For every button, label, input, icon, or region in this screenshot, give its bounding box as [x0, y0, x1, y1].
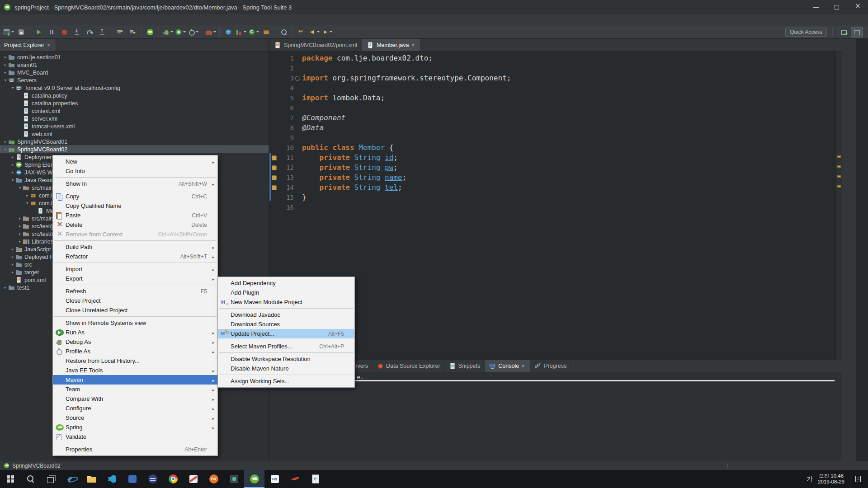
dropdown-arrow-icon[interactable]	[243, 27, 247, 38]
menu-item[interactable]: Copy Ctrl+C	[53, 192, 217, 201]
menu-item[interactable]: Java EE Tools	[53, 366, 217, 375]
menu-item[interactable]: Properties Alt+Enter	[53, 445, 217, 454]
field-marker-icon[interactable]	[269, 163, 278, 173]
tree-item[interactable]: context.xml	[0, 107, 269, 115]
taskbar-app-button[interactable]	[20, 470, 41, 488]
expand-arrow-icon[interactable]	[10, 170, 15, 174]
toolbar-button[interactable]	[202, 28, 202, 36]
code-line[interactable]: 5import lombok.Data;	[269, 93, 842, 103]
code-line[interactable]: 15}	[269, 192, 842, 202]
occurrence-marker[interactable]	[837, 155, 841, 158]
dropdown-arrow-icon[interactable]	[11, 27, 14, 38]
menu-item[interactable]	[54, 240, 217, 241]
toolbar-button[interactable]	[46, 27, 57, 38]
menu-item[interactable]: Validate	[53, 432, 217, 441]
toolbar-button[interactable]	[114, 27, 126, 38]
menu-item[interactable]: Update Project... Alt+F5	[218, 329, 354, 338]
toolbar-button[interactable]	[260, 27, 272, 38]
menu-item[interactable]: New	[53, 157, 217, 166]
menu-item[interactable]: Export	[53, 274, 217, 283]
tree-item[interactable]: exam01	[0, 61, 269, 69]
editor-tab[interactable]: Member.java	[362, 39, 421, 51]
field-marker-icon[interactable]	[269, 173, 278, 183]
menu-item[interactable]: Profile As	[53, 347, 217, 356]
expand-arrow-icon[interactable]	[24, 193, 30, 197]
code-line[interactable]: 13 private String name;	[269, 173, 842, 183]
toolbar-button[interactable]	[96, 27, 108, 38]
expand-arrow-icon[interactable]	[10, 270, 15, 274]
menu-item[interactable]: Restore from Local History...	[53, 356, 217, 366]
menu-item[interactable]: Add Dependency	[218, 278, 354, 288]
code-line[interactable]: 12 private String pw;	[269, 163, 842, 173]
code-line[interactable]: 9	[269, 133, 842, 143]
expand-arrow-icon[interactable]	[3, 55, 8, 59]
menu-item[interactable]: Download Sources	[218, 319, 354, 329]
expand-arrow-icon[interactable]	[17, 224, 23, 228]
code-line[interactable]: 7@Component	[269, 113, 842, 123]
taskbar-app-button[interactable]	[224, 470, 244, 488]
taskbar-app-button[interactable]	[285, 470, 305, 488]
toolbar-button[interactable]	[187, 27, 199, 38]
code-line[interactable]: 11 private String id;	[269, 153, 842, 163]
perspective-button[interactable]	[851, 27, 863, 38]
expand-arrow-icon[interactable]	[17, 232, 23, 236]
menu-item[interactable]	[54, 263, 217, 263]
taskbar-app-button[interactable]	[41, 470, 61, 488]
toolbar-button[interactable]	[248, 27, 259, 38]
taskbar-app-button[interactable]	[163, 470, 183, 488]
console-output[interactable]: e.	[269, 372, 842, 461]
menu-item[interactable]: Disable Workspace Resolution	[218, 354, 354, 364]
action-center-button[interactable]	[850, 470, 866, 488]
expand-arrow-icon[interactable]	[10, 263, 15, 267]
toolbar-button[interactable]	[15, 27, 27, 38]
window-minimize-button[interactable]	[806, 0, 826, 14]
code-line[interactable]: 8@Data	[269, 123, 842, 133]
view-tab[interactable]: Progress	[530, 360, 571, 372]
toolbar-button[interactable]	[111, 28, 111, 36]
expand-arrow-icon[interactable]	[3, 78, 8, 82]
dropdown-arrow-icon[interactable]	[329, 27, 333, 38]
ime-indicator[interactable]: 가	[807, 475, 812, 483]
expand-arrow-icon[interactable]	[10, 255, 15, 259]
menu-item[interactable]: Download Javadoc	[218, 310, 354, 319]
menu-item[interactable]: Add Plugin	[218, 288, 354, 297]
menu-item[interactable]	[54, 190, 217, 190]
expand-arrow-icon[interactable]	[3, 286, 8, 290]
taskbar-app-button[interactable]	[142, 470, 163, 488]
toolbar-button[interactable]	[235, 27, 247, 38]
dropdown-arrow-icon[interactable]	[213, 27, 217, 38]
tree-item[interactable]: Servers	[0, 76, 269, 84]
field-marker-icon[interactable]	[269, 153, 278, 163]
menu-item[interactable]: Paste Ctrl+V	[53, 211, 217, 220]
menu-item[interactable]	[219, 308, 354, 309]
menu-item[interactable]	[54, 177, 217, 178]
code-line[interactable]: 2	[269, 63, 842, 73]
toolbar-button[interactable]	[296, 27, 307, 38]
menu-item[interactable]: Select Maven Profiles... Ctrl+Alt+P	[218, 342, 354, 351]
menu-item[interactable]: Show in Remote Systems view	[53, 318, 217, 328]
menu-item[interactable]: Refresh F5	[53, 286, 217, 296]
taskbar-app-button[interactable]	[264, 470, 285, 488]
dropdown-arrow-icon[interactable]	[195, 27, 199, 38]
menu-item[interactable]	[54, 316, 217, 317]
expand-arrow-icon[interactable]	[10, 163, 15, 167]
toolbar-button[interactable]	[275, 28, 275, 36]
menu-item[interactable]: Maven	[53, 375, 217, 385]
menu-item[interactable]	[54, 443, 217, 443]
toolbar-button[interactable]	[58, 27, 70, 38]
menu-item[interactable]: Debug As	[53, 337, 217, 347]
close-tab-icon[interactable]	[521, 363, 526, 369]
expand-arrow-icon[interactable]	[3, 147, 8, 151]
tree-item[interactable]: SpringMVCBoard02	[0, 145, 269, 153]
toolbar-button[interactable]	[278, 27, 290, 38]
menu-item[interactable]: Assign Working Sets...	[218, 376, 354, 386]
window-close-button[interactable]	[847, 0, 868, 14]
taskbar-app-button[interactable]	[0, 470, 20, 488]
toolbar-button[interactable]	[321, 27, 333, 38]
menu-item[interactable]: Spring	[53, 422, 217, 432]
menu-item[interactable]: Close Unrelated Project	[53, 305, 217, 315]
expand-arrow-icon[interactable]	[17, 186, 23, 190]
taskbar-app-button[interactable]	[183, 470, 203, 488]
menu-item[interactable]: Remove from Context Ctrl+Alt+Shift+Down	[53, 230, 217, 239]
tree-item[interactable]: catalina.policy	[0, 92, 269, 99]
